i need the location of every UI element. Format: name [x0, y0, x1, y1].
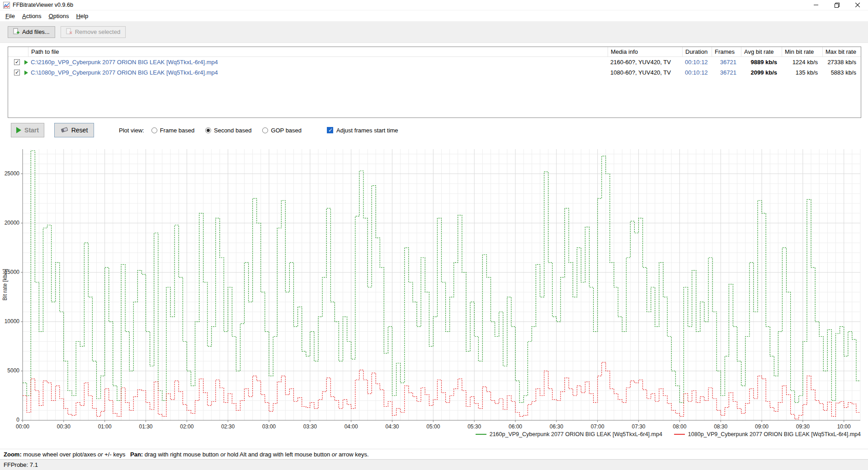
legend-line-green: [476, 434, 486, 435]
row-checkbox[interactable]: [14, 59, 20, 65]
max-bitrate: 27338 kb/s: [822, 59, 861, 66]
controls-row: Start Reset Plot view: Frame based Secon…: [11, 123, 868, 137]
adjust-frames-checkbox[interactable]: Adjust frames start time: [327, 127, 398, 134]
header-min-bitrate[interactable]: Min bit rate: [782, 47, 822, 57]
svg-text:02:00: 02:00: [180, 423, 193, 430]
bitrate-chart[interactable]: 050001000015000200002500000:0000:3001:00…: [0, 144, 868, 437]
svg-text:08:00: 08:00: [673, 423, 686, 430]
header-media-info[interactable]: Media info: [608, 47, 682, 57]
add-files-label: Add files...: [22, 28, 50, 35]
add-files-button[interactable]: Add files...: [8, 26, 55, 38]
header-frames[interactable]: Frames: [712, 47, 741, 57]
svg-text:5000: 5000: [7, 367, 19, 374]
table-row[interactable]: C:\2160p_VP9_Cyberpunk 2077 ORION BIG LE…: [8, 57, 861, 67]
svg-text:04:30: 04:30: [385, 423, 399, 430]
legend-item-2160p: 2160p_VP9_Cyberpunk 2077 ORION BIG LEAK …: [476, 431, 662, 437]
svg-text:01:30: 01:30: [139, 423, 152, 430]
svg-text:07:00: 07:00: [591, 423, 604, 430]
avg-bitrate: 2099 kb/s: [741, 69, 782, 76]
chart-legend: 2160p_VP9_Cyberpunk 2077 ORION BIG LEAK …: [476, 431, 861, 437]
add-files-icon: [13, 28, 19, 36]
svg-text:10000: 10000: [5, 318, 20, 324]
svg-text:03:30: 03:30: [303, 423, 317, 430]
legend-line-red: [674, 434, 685, 435]
svg-text:06:00: 06:00: [509, 423, 522, 430]
app-icon: [3, 2, 10, 9]
header-duration[interactable]: Duration: [682, 47, 712, 57]
header-max-bitrate[interactable]: Max bit rate: [822, 47, 861, 57]
start-label: Start: [24, 127, 39, 134]
eraser-icon: [61, 126, 68, 134]
legend-item-1080p: 1080p_VP9_Cyberpunk 2077 ORION BIG LEAK …: [674, 431, 861, 437]
svg-text:09:30: 09:30: [796, 423, 810, 430]
remove-selected-button[interactable]: Remove selected: [61, 26, 126, 38]
menu-item-help[interactable]: Help: [72, 11, 92, 21]
svg-text:05:00: 05:00: [426, 423, 440, 430]
play-arrow-icon: [24, 70, 28, 75]
file-list-header: Path to file Media info Duration Frames …: [8, 47, 861, 57]
table-row[interactable]: C:\1080p_VP9_Cyberpunk 2077 ORION BIG LE…: [8, 67, 861, 78]
frames: 36721: [712, 59, 741, 66]
min-bitrate: 135 kb/s: [782, 69, 822, 76]
svg-text:09:00: 09:00: [755, 423, 769, 430]
svg-text:25000: 25000: [5, 170, 20, 177]
remove-selected-icon: [66, 28, 72, 36]
svg-text:0: 0: [16, 417, 19, 423]
svg-text:10:00: 10:00: [837, 423, 851, 430]
svg-text:07:30: 07:30: [632, 423, 645, 430]
ffprobe-version: FFProbe: 7.1: [4, 461, 38, 468]
svg-text:20000: 20000: [5, 220, 20, 226]
svg-text:01:00: 01:00: [98, 423, 112, 430]
plot-view-radio-group: Frame based Second based GOP based: [151, 127, 302, 134]
header-path[interactable]: Path to file: [28, 47, 608, 57]
status-bar: FFProbe: 7.1: [0, 459, 868, 470]
svg-text:03:00: 03:00: [262, 423, 276, 430]
svg-text:05:30: 05:30: [467, 423, 481, 430]
checkbox-icon: [327, 127, 333, 133]
svg-text:06:30: 06:30: [550, 423, 563, 430]
avg-bitrate: 9889 kb/s: [741, 59, 782, 66]
frames: 36721: [712, 69, 741, 76]
plot-view-label: Plot view:: [119, 127, 144, 134]
file-path: C:\2160p_VP9_Cyberpunk 2077 ORION BIG LE…: [28, 59, 608, 66]
close-button[interactable]: [847, 0, 868, 10]
radio-icon: [262, 127, 268, 133]
svg-text:08:30: 08:30: [714, 423, 727, 430]
radio-gop-based[interactable]: GOP based: [262, 127, 302, 134]
radio-icon: [151, 127, 157, 133]
svg-text:00:00: 00:00: [16, 423, 29, 430]
help-line: Zoom: mouse wheel over plot/axes or +/- …: [0, 449, 868, 459]
media-info: 2160-60?, YUV420, TV: [608, 59, 682, 66]
header-avg-bitrate[interactable]: Avg bit rate: [741, 47, 782, 57]
menu-item-actions[interactable]: Actions: [19, 11, 45, 21]
min-bitrate: 1224 kb/s: [782, 59, 822, 66]
svg-text:Bit rate [kb/s]: Bit rate [kb/s]: [2, 269, 8, 301]
duration: 00:10:12: [682, 59, 712, 66]
restore-button[interactable]: [826, 0, 847, 10]
max-bitrate: 5883 kb/s: [822, 69, 861, 76]
reset-button[interactable]: Reset: [54, 123, 94, 137]
file-list: Path to file Media info Duration Frames …: [8, 47, 861, 118]
menu-item-file[interactable]: File: [2, 11, 19, 21]
play-icon: [16, 127, 21, 133]
svg-text:00:30: 00:30: [57, 423, 71, 430]
minimize-button[interactable]: [806, 0, 826, 10]
media-info: 1080-60?, YUV420, TV: [608, 69, 682, 76]
radio-second-based[interactable]: Second based: [205, 127, 251, 134]
file-path: C:\1080p_VP9_Cyberpunk 2077 ORION BIG LE…: [28, 69, 608, 76]
svg-text:02:30: 02:30: [221, 423, 235, 430]
title-bar: FFBitrateViewer v0.9.6b: [0, 0, 868, 10]
duration: 00:10:12: [682, 69, 712, 76]
play-arrow-icon: [24, 60, 28, 65]
svg-text:04:00: 04:00: [344, 423, 358, 430]
menu-bar: File Actions Options Help: [0, 10, 868, 21]
window-title: FFBitrateViewer v0.9.6b: [13, 2, 73, 8]
radio-icon: [205, 127, 211, 133]
menu-item-options[interactable]: Options: [45, 11, 73, 21]
row-checkbox[interactable]: [14, 70, 20, 75]
remove-selected-label: Remove selected: [75, 28, 120, 35]
toolbar: Add files... Remove selected: [0, 21, 868, 43]
radio-frame-based[interactable]: Frame based: [151, 127, 195, 134]
start-button[interactable]: Start: [11, 123, 44, 137]
reset-label: Reset: [71, 127, 88, 134]
